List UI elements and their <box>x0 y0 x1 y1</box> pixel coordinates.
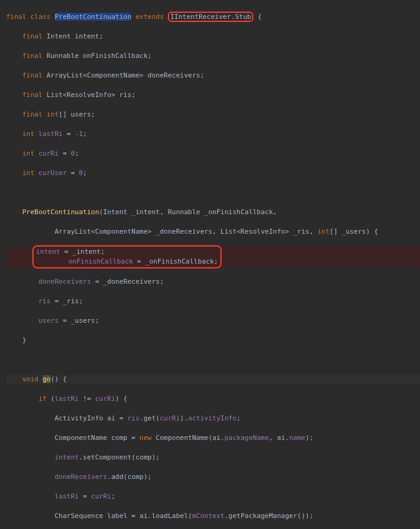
code-line: int curUser = 0; <box>6 168 420 178</box>
code-line: users = _users; <box>6 316 420 326</box>
code-line: CharSequence label = ai.loadLabel(mConte… <box>6 511 420 521</box>
highlight-box: IIntentReceiver.Stub <box>168 12 253 22</box>
code-line: if (lastRi != curRi) { <box>6 394 420 404</box>
code-line: int curRi = 0; <box>6 149 420 159</box>
code-line: int lastRi = -1; <box>6 129 420 139</box>
code-line: final int[] users; <box>6 110 420 120</box>
code-line: ComponentName comp = new ComponentName(a… <box>6 433 420 443</box>
code-line: final ArrayList<ComponentName> doneRecei… <box>6 71 420 81</box>
code-line: intent.setComponent(comp); <box>6 453 420 462</box>
code-editor[interactable]: final class PreBootContinuation extends … <box>0 0 420 529</box>
code-line: PreBootContinuation(Intent _intent, Runn… <box>6 207 420 217</box>
code-line <box>6 188 420 198</box>
code-line: } <box>6 336 420 345</box>
code-line: final class PreBootContinuation extends … <box>6 12 420 22</box>
code-line: doneReceivers = _doneReceivers; <box>6 277 420 287</box>
code-line: intent = _intent; onFinishCallback = _on… <box>6 247 420 267</box>
code-line: lastRi = curRi; <box>6 492 420 502</box>
code-line: ArrayList<ComponentName> _doneReceivers,… <box>6 227 420 237</box>
code-line: ris = _ris; <box>6 297 420 306</box>
code-line <box>6 355 420 365</box>
code-line: ActivityInfo ai = ris.get(curRi).activit… <box>6 414 420 423</box>
highlight-box: intent = _intent; onFinishCallback = _on… <box>32 245 222 268</box>
code-line: void go() { <box>6 375 420 384</box>
code-line: doneReceivers.add(comp); <box>6 472 420 482</box>
code-line: final Runnable onFinishCallback; <box>6 51 420 61</box>
code-line: final Intent intent; <box>6 32 420 41</box>
code-line: final List<ResolveInfo> ris; <box>6 90 420 100</box>
